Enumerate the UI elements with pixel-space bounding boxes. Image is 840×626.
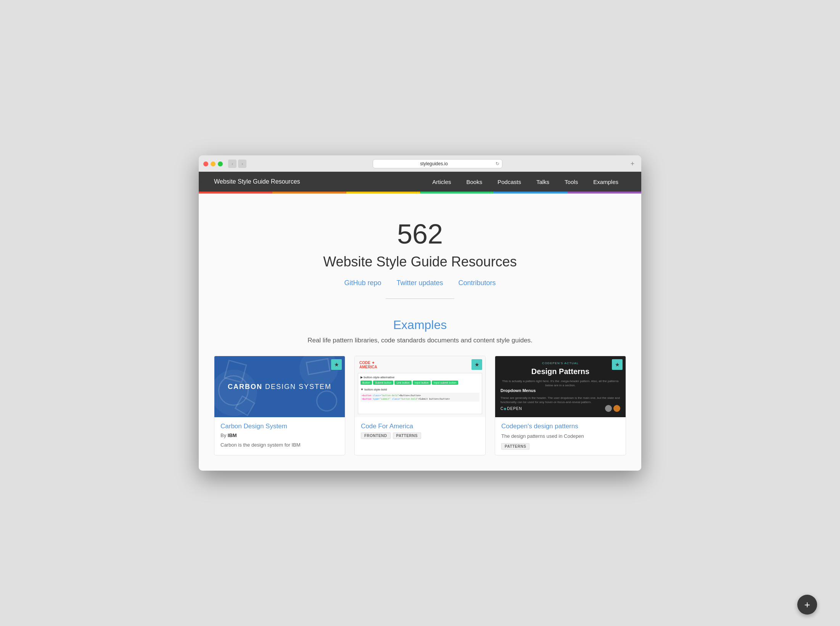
code-section-1: ▶ button-style-alternative Button Submit…	[360, 376, 480, 385]
code-green-1: "button-bold"	[381, 394, 399, 397]
address-bar[interactable]	[373, 159, 502, 168]
partial-tag-patterns[interactable]: PATTERNS	[501, 443, 529, 450]
code-block-1: <button class="button-bold">Button</butt…	[360, 393, 480, 402]
address-bar-container: ↻	[250, 159, 624, 168]
card-thumbnail-code-america: CODE ✦AMERICA MI ▶ button-style-alternat…	[355, 356, 485, 417]
mini-btn-button: Button	[360, 381, 372, 385]
codepen-dropdown-desc: These are generally in the header. The u…	[500, 396, 620, 404]
main-content: 562 Website Style Guide Resources GitHub…	[199, 194, 641, 471]
examples-heading: Examples	[214, 318, 626, 332]
nav-link-examples[interactable]: Examples	[586, 172, 626, 192]
github-repo-link[interactable]: GitHub repo	[344, 279, 381, 287]
codepen-label: CODEPEN'S ACTUAL	[500, 361, 620, 365]
back-button[interactable]: ‹	[228, 160, 237, 168]
codepen-thumbnail-bg: CODEPEN'S ACTUAL Design Patterns This is…	[495, 356, 626, 417]
tag-patterns[interactable]: PATTERNS	[393, 432, 421, 439]
code-text-1: >Button</button>	[399, 394, 421, 397]
card-star-codepen[interactable]: ★	[612, 359, 623, 370]
card-body-codepen: Codepen's design patterns The design pat…	[495, 417, 626, 455]
code-america-logo: CODE ✦AMERICA	[359, 361, 377, 369]
contributors-link[interactable]: Contributors	[459, 279, 496, 287]
shape-rect	[306, 358, 330, 375]
codepen-title: Design Patterns	[500, 367, 620, 376]
code-pink-1: <button	[362, 394, 371, 397]
mini-btn-submit: Submit button	[373, 381, 393, 385]
codepen-middle: Dropdown Menus These are generally in th…	[500, 388, 620, 404]
code-green-3: "button-bold"	[400, 397, 418, 400]
code-america-content: ▶ button-style-alternative Button Submit…	[358, 373, 482, 414]
address-bar-wrapper: ↻	[373, 159, 502, 168]
browser-chrome: ‹ › ↻ +	[199, 155, 641, 172]
nav-link-podcasts[interactable]: Podcasts	[490, 172, 529, 192]
nav-arrows: ‹ ›	[228, 160, 246, 168]
hero-title: Website Style Guide Resources	[214, 254, 626, 270]
card-title-carbon[interactable]: Carbon Design System	[220, 423, 339, 430]
card-star-carbon[interactable]: ★	[331, 359, 342, 370]
nav-link-talks[interactable]: Talks	[529, 172, 557, 192]
browser-window: ‹ › ↻ + Website Style Guide Resources Ar…	[199, 155, 641, 471]
codepen-subtitle: This is actually a pattern right here. I…	[500, 379, 620, 387]
forward-button[interactable]: ›	[238, 160, 246, 168]
nav-link-articles[interactable]: Articles	[425, 172, 459, 192]
mini-btn-input-submit: Input submit button	[432, 381, 459, 385]
code-section-title-1: ▶ button-style-alternative	[360, 376, 480, 379]
avatar-1	[605, 405, 612, 412]
traffic-light-green[interactable]	[218, 161, 223, 166]
code-pink-2: <button	[362, 397, 371, 400]
site-nav: Website Style Guide Resources Articles B…	[199, 172, 641, 192]
cards-grid: CARBON DESIGN SYSTEM ★ Carbon Design Sys…	[214, 356, 626, 455]
hero-count: 562	[214, 220, 626, 248]
nav-link-books[interactable]: Books	[459, 172, 490, 192]
codepen-section-title: Dropdown Menus	[500, 388, 620, 393]
card-author-carbon: By IBM	[220, 432, 339, 438]
card-description-carbon: Carbon is the design system for IBM	[220, 441, 339, 449]
carbon-thumbnail-bg: CARBON DESIGN SYSTEM	[214, 356, 345, 417]
examples-description: Real life pattern libraries, code standa…	[214, 337, 626, 344]
card-title-codepen[interactable]: Codepen's design patterns	[501, 423, 620, 430]
card-codepen: CODEPEN'S ACTUAL Design Patterns This is…	[495, 356, 626, 455]
card-description-codepen: The design patterns used in Codepen	[501, 432, 620, 440]
site-nav-links: Articles Books Podcasts Talks Tools Exam…	[425, 172, 626, 192]
geometric-shapes	[214, 356, 345, 417]
mini-btn-input: Input button	[413, 381, 431, 385]
code-blue-3: class=	[392, 397, 401, 400]
card-star-code-america[interactable]: ★	[471, 359, 482, 370]
browser-top-bar: ‹ › ↻ +	[203, 159, 637, 168]
card-thumbnail-codepen: CODEPEN'S ACTUAL Design Patterns This is…	[495, 356, 626, 417]
code-text-2: >Submit button</button>	[418, 397, 450, 400]
card-carbon: CARBON DESIGN SYSTEM ★ Carbon Design Sys…	[214, 356, 345, 455]
twitter-updates-link[interactable]: Twitter updates	[396, 279, 443, 287]
fab-button[interactable]: +	[797, 595, 817, 615]
card-thumbnail-carbon: CARBON DESIGN SYSTEM ★	[214, 356, 345, 417]
hero-section: 562 Website Style Guide Resources GitHub…	[214, 209, 626, 318]
card-body-code-america: Code For America FRONTEND PATTERNS	[355, 417, 485, 448]
codepen-footer: C◈DEPEN	[500, 405, 620, 412]
nav-link-tools[interactable]: Tools	[557, 172, 586, 192]
code-section-2: ▼ button-style-bold <button class="butto…	[360, 388, 480, 402]
mini-btn-link: Link button	[394, 381, 411, 385]
card-author-prefix: By	[220, 432, 228, 438]
examples-section: Examples Real life pattern libraries, co…	[214, 318, 626, 455]
avatar-2	[613, 405, 620, 412]
card-title-code-america[interactable]: Code For America	[361, 423, 479, 430]
tag-frontend[interactable]: FRONTEND	[361, 432, 391, 439]
code-buttons-1: Button Submit button Link button Input b…	[360, 381, 480, 385]
code-green-2: "submit"	[380, 397, 391, 400]
code-america-thumbnail-bg: CODE ✦AMERICA MI ▶ button-style-alternat…	[355, 356, 485, 417]
new-tab-button[interactable]: +	[628, 160, 637, 168]
codepen-logo: C◈DEPEN	[500, 407, 522, 411]
traffic-light-yellow[interactable]	[211, 161, 216, 166]
code-america-header: CODE ✦AMERICA MI	[358, 359, 482, 371]
codepen-avatars	[605, 405, 620, 412]
shape-circle2	[316, 390, 337, 411]
codepen-header: CODEPEN'S ACTUAL Design Patterns This is…	[500, 361, 620, 387]
code-blue-2: type=	[373, 397, 380, 400]
traffic-light-red[interactable]	[203, 161, 208, 166]
traffic-lights	[203, 161, 223, 166]
site-logo: Website Style Guide Resources	[214, 178, 300, 185]
card-code-america: CODE ✦AMERICA MI ▶ button-style-alternat…	[354, 356, 486, 455]
reload-icon[interactable]: ↻	[496, 161, 499, 166]
card-body-carbon: Carbon Design System By IBM Carbon is th…	[214, 417, 345, 454]
hero-divider	[386, 298, 454, 299]
card-tags-code-america: FRONTEND PATTERNS	[361, 432, 479, 439]
